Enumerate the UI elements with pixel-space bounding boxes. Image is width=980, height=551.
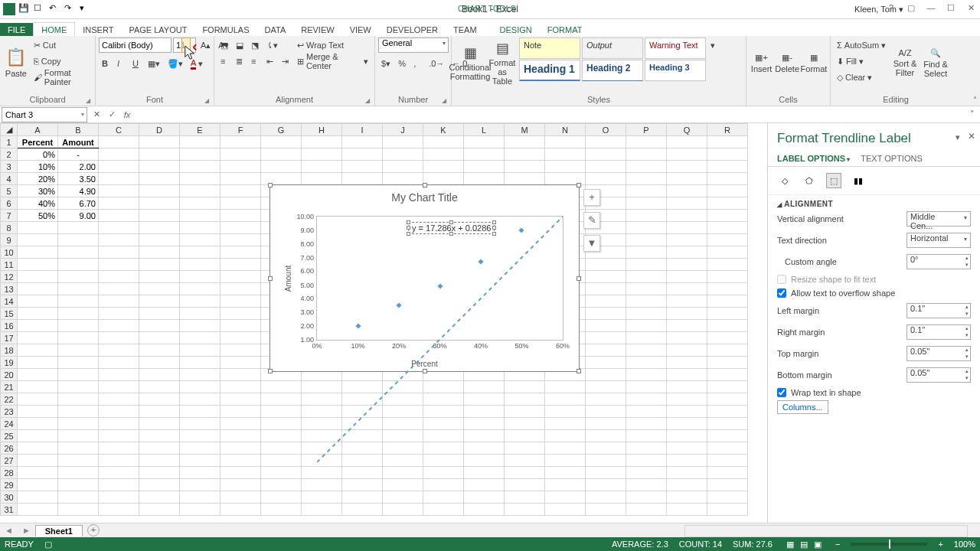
col-header[interactable]: E	[180, 124, 220, 136]
tab-review[interactable]: REVIEW	[293, 23, 341, 36]
row-header[interactable]: 31	[1, 504, 18, 516]
cell-style-output[interactable]: Output	[582, 37, 643, 59]
row-header[interactable]: 20	[1, 369, 18, 381]
cell[interactable]: -	[58, 148, 99, 161]
custom-angle-input[interactable]: 0°	[906, 254, 971, 269]
col-header[interactable]: O	[586, 124, 626, 136]
delete-cells-button[interactable]: ▦-Delete	[775, 37, 799, 88]
col-header[interactable]: K	[423, 124, 464, 136]
row-header[interactable]: 13	[1, 283, 18, 295]
row-header[interactable]: 1	[1, 136, 18, 148]
row-header[interactable]: 16	[1, 320, 18, 332]
row-header[interactable]: 30	[1, 491, 18, 504]
row-header[interactable]: 7	[1, 210, 18, 222]
cell[interactable]: 40%	[18, 197, 58, 210]
new-sheet-button[interactable]: +	[87, 524, 100, 536]
view-normal-icon[interactable]: ▦	[783, 540, 797, 549]
cell[interactable]: 0%	[18, 148, 58, 161]
sheet-nav-next-icon[interactable]: ►	[18, 526, 35, 535]
view-page-break-icon[interactable]: ▣	[811, 540, 825, 549]
tab-team[interactable]: TEAM	[446, 23, 485, 36]
row-header[interactable]: 18	[1, 344, 18, 357]
save-icon[interactable]: 💾	[18, 3, 31, 15]
row-header[interactable]: 8	[1, 222, 18, 234]
col-header[interactable]: N	[545, 124, 586, 136]
cell-style-heading3[interactable]: Heading 3	[645, 60, 706, 81]
redo-icon[interactable]: ↷	[64, 3, 77, 15]
tab-data[interactable]: DATA	[257, 23, 294, 36]
align-bottom-icon[interactable]: ⬔	[248, 37, 262, 53]
zoom-slider[interactable]	[851, 543, 927, 546]
zoom-out-icon[interactable]: −	[835, 540, 840, 549]
expand-formula-bar-icon[interactable]: ˅	[965, 109, 980, 119]
row-header[interactable]: 2	[1, 148, 18, 161]
sort-filter-button[interactable]: A/ZSort & Filter	[890, 37, 920, 88]
minimize-icon[interactable]: —	[925, 3, 937, 15]
tab-view[interactable]: VIEW	[342, 23, 379, 36]
col-header[interactable]: A	[18, 124, 58, 136]
right-margin-input[interactable]: 0.1"	[906, 324, 971, 340]
cell[interactable]: 50%	[18, 210, 58, 222]
col-header[interactable]: F	[220, 124, 261, 136]
row-header[interactable]: 24	[1, 418, 18, 430]
row-header[interactable]: 29	[1, 479, 18, 491]
cancel-formula-icon[interactable]: ✕	[89, 109, 104, 119]
view-page-layout-icon[interactable]: ▤	[797, 540, 811, 549]
select-all-corner[interactable]: ◢	[1, 124, 18, 136]
comma-format-icon[interactable]: ,	[410, 56, 424, 71]
cell[interactable]: 10%	[18, 161, 58, 173]
col-header[interactable]: L	[464, 124, 505, 136]
pane-icon-properties[interactable]: ▮▮	[851, 173, 866, 188]
wrap-text-button[interactable]: ↩ Wrap Text	[294, 37, 371, 53]
pane-close-icon[interactable]: ✕	[968, 131, 975, 142]
touch-mode-icon[interactable]: ☐	[34, 3, 46, 15]
fill-button[interactable]: ⬇ Fill ▾	[834, 54, 889, 69]
cell[interactable]: 30%	[18, 185, 58, 197]
col-header[interactable]: G	[261, 124, 302, 136]
col-header[interactable]: M	[505, 124, 545, 136]
row-header[interactable]: 25	[1, 430, 18, 442]
cell[interactable]: 20%	[18, 173, 58, 185]
col-header[interactable]: I	[342, 124, 383, 136]
row-header[interactable]: 9	[1, 234, 18, 246]
pane-icon-size[interactable]: ⬚	[826, 173, 841, 188]
chart-filters-button[interactable]: ▼	[583, 235, 600, 252]
trendline-label[interactable]: y = 17.286x + 0.0286	[408, 222, 495, 234]
tab-design[interactable]: DESIGN	[492, 23, 540, 36]
tab-developer[interactable]: DEVELOPER	[379, 23, 446, 36]
number-dialog-icon[interactable]: ◢	[442, 97, 446, 104]
row-header[interactable]: 17	[1, 332, 18, 344]
font-color-button[interactable]: A▾	[188, 56, 206, 71]
cell-style-note[interactable]: Note	[519, 37, 580, 59]
fill-color-button[interactable]: 🪣▾	[165, 56, 186, 71]
find-select-button[interactable]: 🔍Find & Select	[921, 37, 950, 88]
row-header[interactable]: 4	[1, 173, 18, 185]
col-header[interactable]: C	[99, 124, 139, 136]
chart-elements-button[interactable]: +	[583, 189, 600, 206]
format-cells-button[interactable]: ▦Format	[801, 37, 827, 88]
styles-gallery-more-icon[interactable]: ▾	[707, 37, 721, 53]
help-icon[interactable]: ?	[885, 3, 897, 15]
row-header[interactable]: 14	[1, 295, 18, 308]
cell[interactable]: Percent	[18, 136, 58, 148]
cell[interactable]: 6.70	[58, 197, 99, 210]
bold-button[interactable]: B	[99, 56, 113, 71]
chart-styles-button[interactable]: ✎	[583, 212, 600, 229]
section-alignment[interactable]: ALIGNMENT	[777, 200, 971, 208]
chart-title[interactable]: My Chart Title	[270, 185, 579, 207]
number-format-combo[interactable]: General	[378, 37, 449, 53]
row-header[interactable]: 19	[1, 357, 18, 369]
fx-icon[interactable]: fx	[119, 110, 135, 119]
cell[interactable]: 3.50	[58, 173, 99, 185]
embedded-chart[interactable]: My Chart Title Amount Percent 1.00 2.00 …	[270, 184, 580, 372]
pane-tab-label-options[interactable]: LABEL OPTIONS	[777, 151, 850, 166]
tab-format[interactable]: FORMAT	[540, 23, 590, 36]
row-header[interactable]: 10	[1, 246, 18, 259]
font-dialog-icon[interactable]: ◢	[204, 97, 209, 104]
paste-button[interactable]: 📋Paste	[3, 37, 29, 88]
bottom-margin-input[interactable]: 0.05"	[906, 367, 971, 383]
sheet-tab-sheet1[interactable]: Sheet1	[35, 525, 83, 536]
increase-font-icon[interactable]: A▴	[198, 37, 214, 53]
tab-home[interactable]: HOME	[33, 22, 75, 36]
copy-button[interactable]: ⎘ Copy	[31, 54, 92, 69]
